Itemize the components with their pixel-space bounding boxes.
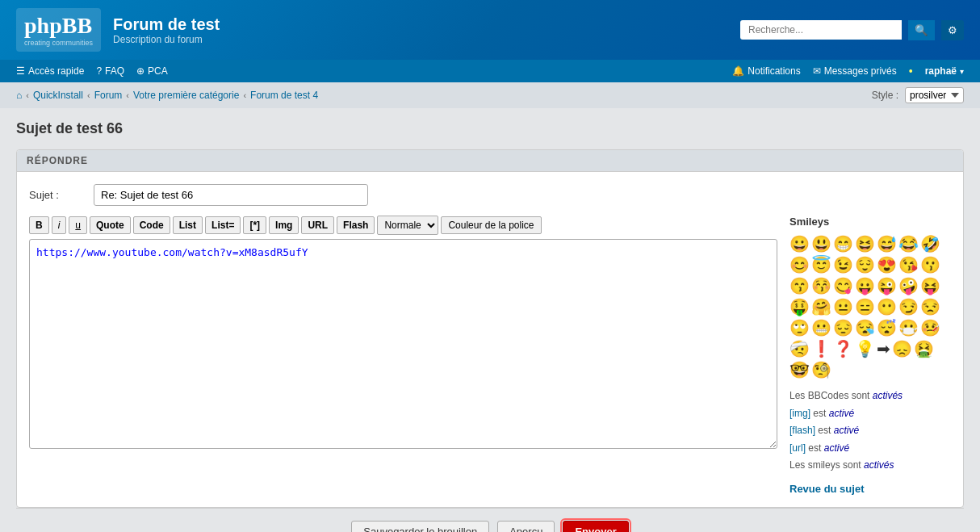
faq-icon: ? — [96, 65, 102, 77]
smiley-item[interactable]: 😆 — [855, 234, 875, 253]
user-dot: • — [909, 65, 913, 77]
subject-input[interactable] — [94, 184, 368, 206]
bold-button[interactable]: B — [29, 216, 49, 234]
breadcrumb-forum[interactable]: Forum — [94, 90, 123, 101]
url-button[interactable]: URL — [301, 216, 334, 234]
smiley-item[interactable]: 😶 — [877, 297, 897, 316]
breadcrumb-forum4[interactable]: Forum de test 4 — [250, 90, 318, 101]
smiley-item[interactable]: 😪 — [855, 318, 875, 337]
user-link[interactable]: raphaë ▾ — [925, 65, 964, 77]
pca-icon: ⊕ — [136, 65, 144, 77]
font-size-select[interactable]: Normale — [377, 216, 438, 235]
smiley-item[interactable]: 💡 — [855, 339, 875, 358]
smiley-item[interactable]: 😊 — [789, 255, 810, 274]
smiley-item[interactable]: 😒 — [920, 297, 940, 316]
faq-link[interactable]: ? FAQ — [96, 65, 124, 77]
smiley-item[interactable]: 🤗 — [811, 297, 831, 316]
bbcode-flash: [flash] est activé — [789, 422, 951, 440]
star-button[interactable]: [*] — [243, 216, 266, 234]
smiley-item[interactable]: 🤣 — [920, 234, 940, 253]
smiley-item[interactable]: 🤮 — [914, 339, 934, 358]
revue-link[interactable]: Revue du sujet — [789, 483, 951, 495]
smiley-item[interactable]: 🤒 — [920, 318, 940, 337]
smiley-item[interactable]: ❗ — [811, 339, 831, 358]
smiley-item[interactable]: 😋 — [833, 276, 853, 295]
list-eq-button[interactable]: List= — [205, 216, 241, 234]
smiley-item[interactable]: 🤪 — [898, 276, 919, 295]
smiley-item[interactable]: 😅 — [877, 234, 897, 253]
smiley-item[interactable]: 😔 — [833, 318, 853, 337]
send-button[interactable]: Envoyer — [563, 521, 628, 532]
smiley-item[interactable]: 😴 — [877, 318, 897, 337]
smiley-item[interactable]: 😗 — [920, 255, 940, 274]
quick-access-label: Accès rapide — [28, 65, 84, 77]
notifications-link[interactable]: 🔔 Notifications — [732, 65, 800, 77]
breadcrumb-home[interactable]: ⌂ — [16, 90, 22, 101]
smiley-item[interactable]: 😷 — [898, 318, 919, 337]
logo-text: phpBB — [24, 13, 92, 38]
pca-link[interactable]: ⊕ PCA — [136, 65, 168, 77]
toolbar: B i u Quote Code List List= [*] Img URL … — [29, 216, 777, 235]
smiley-item[interactable]: 😉 — [833, 255, 853, 274]
quote-button[interactable]: Quote — [90, 216, 131, 234]
smiley-item[interactable]: 😇 — [811, 255, 831, 274]
breadcrumb-sep-2: ‹ — [87, 90, 90, 100]
smiley-item[interactable]: 😚 — [811, 276, 831, 295]
search-input[interactable] — [740, 20, 902, 40]
editor-main: B i u Quote Code List List= [*] Img URL … — [29, 216, 777, 495]
editor-textarea[interactable]: https://www.youtube.com/watch?v=xM8asdR5… — [29, 239, 777, 449]
pca-label: PCA — [148, 65, 168, 77]
navbar-right: 🔔 Notifications ✉ Messages privés • raph… — [732, 65, 964, 77]
smiley-item[interactable]: 😞 — [892, 339, 912, 358]
smiley-item[interactable]: ❓ — [833, 339, 853, 358]
smiley-item[interactable]: 😃 — [811, 234, 831, 253]
breadcrumb-left: ⌂ ‹ QuickInstall ‹ Forum ‹ Votre premièr… — [16, 90, 318, 101]
site-title: Forum de test — [113, 15, 220, 34]
list-button[interactable]: List — [173, 216, 203, 234]
smiley-item[interactable]: 😂 — [898, 234, 919, 253]
smiley-item[interactable]: 😏 — [898, 297, 919, 316]
search-button[interactable]: 🔍 — [908, 20, 935, 40]
breadcrumb: ⌂ ‹ QuickInstall ‹ Forum ‹ Votre premièr… — [0, 82, 980, 108]
breadcrumb-right: Style : prosilver — [872, 87, 964, 103]
navbar-left: ☰ Accès rapide ? FAQ ⊕ PCA — [16, 65, 168, 77]
quick-access-link[interactable]: ☰ Accès rapide — [16, 65, 84, 77]
reply-header: RÉPONDRE — [17, 150, 963, 172]
italic-button[interactable]: i — [52, 216, 67, 234]
smiley-item[interactable]: 😐 — [833, 297, 853, 316]
envelope-icon: ✉ — [813, 65, 821, 77]
smiley-item[interactable]: 🤓 — [789, 360, 810, 379]
smiley-item[interactable]: 😍 — [877, 255, 897, 274]
breadcrumb-category[interactable]: Votre première catégorie — [133, 90, 239, 101]
smiley-item[interactable]: 🤕 — [789, 339, 810, 358]
style-select[interactable]: prosilver — [905, 87, 964, 103]
smiley-item[interactable]: 😑 — [855, 297, 875, 316]
smiley-item[interactable]: 🙄 — [789, 318, 810, 337]
breadcrumb-quickinstall[interactable]: QuickInstall — [33, 90, 83, 101]
messages-link[interactable]: ✉ Messages privés — [813, 65, 897, 77]
preview-button[interactable]: Aperçu — [497, 521, 555, 532]
flash-button[interactable]: Flash — [337, 216, 375, 234]
smiley-item[interactable]: 😜 — [877, 276, 897, 295]
logo: phpBB creating communities — [16, 8, 101, 52]
smiley-item[interactable]: 🤑 — [789, 297, 810, 316]
navbar: ☰ Accès rapide ? FAQ ⊕ PCA 🔔 Notificatio… — [0, 60, 980, 82]
smiley-item[interactable]: 😬 — [811, 318, 831, 337]
smiley-item[interactable]: 😙 — [789, 276, 810, 295]
smiley-item[interactable]: 😝 — [920, 276, 940, 295]
settings-button[interactable]: ⚙ — [941, 20, 964, 40]
save-draft-button[interactable]: Sauvegarder le brouillon — [351, 521, 489, 532]
smiley-item[interactable]: 😌 — [855, 255, 875, 274]
editor-sidebar: Smileys 😀😃😁😆😅😂🤣😊😇😉😌😍😘😗😙😚😋😛😜🤪😝🤑🤗😐😑😶😏😒🙄😬😔😪… — [789, 216, 951, 495]
smiley-item[interactable]: 😛 — [855, 276, 875, 295]
font-color-button[interactable]: Couleur de la police — [441, 216, 541, 234]
smiley-item[interactable]: 🧐 — [811, 360, 831, 379]
img-button[interactable]: Img — [269, 216, 299, 234]
breadcrumb-sep-4: ‹ — [243, 90, 246, 100]
smiley-item[interactable]: 😁 — [833, 234, 853, 253]
smiley-item[interactable]: ➡ — [877, 339, 890, 358]
smiley-item[interactable]: 😀 — [789, 234, 810, 253]
underline-button[interactable]: u — [69, 216, 87, 234]
code-button[interactable]: Code — [133, 216, 170, 234]
smiley-item[interactable]: 😘 — [898, 255, 919, 274]
